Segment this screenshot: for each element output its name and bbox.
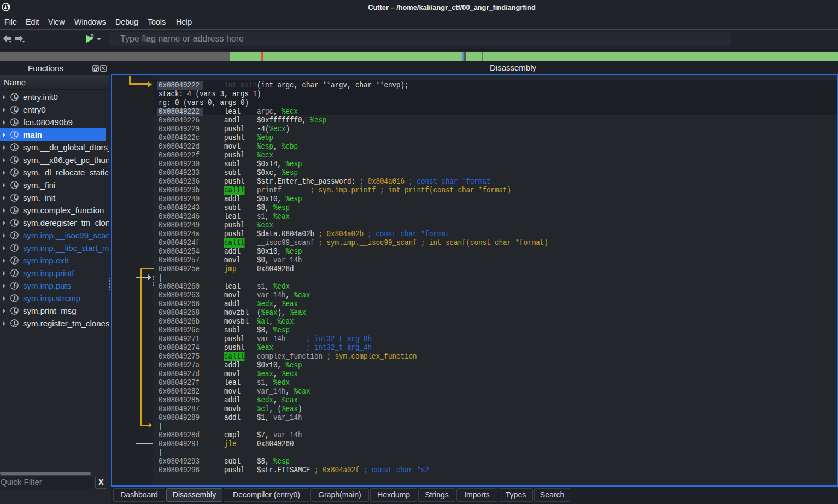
svg-text:D: D [91, 33, 94, 39]
